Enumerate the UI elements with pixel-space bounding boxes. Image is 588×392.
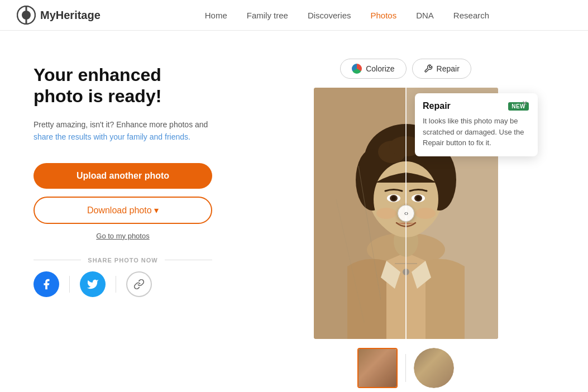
- repair-popup-title: Repair: [423, 101, 451, 111]
- download-photo-button[interactable]: Download photo ▾: [34, 197, 212, 224]
- colorize-button[interactable]: Colorize: [340, 59, 406, 79]
- facebook-icon: [40, 278, 52, 290]
- svg-rect-2: [26, 7, 27, 23]
- svg-point-24: [376, 208, 396, 219]
- logo-text: MyHeritage: [40, 9, 101, 22]
- thumbnail-colorized[interactable]: [357, 348, 398, 388]
- main-content: Your enhanced photo is ready! Pretty ama…: [0, 31, 588, 392]
- goto-photos-link[interactable]: Go to my photos: [34, 232, 212, 240]
- repair-label: Repair: [437, 64, 460, 73]
- nav-family-tree[interactable]: Family tree: [247, 11, 288, 20]
- page-subtext: Pretty amazing, isn't it? Enhance more p…: [34, 118, 212, 144]
- share-twitter-button[interactable]: [80, 271, 106, 297]
- repair-popup: Repair NEW × It looks like this photo ma…: [415, 93, 538, 156]
- upload-another-button[interactable]: Upload another photo: [34, 163, 212, 189]
- share-section: SHARE PHOTO NOW: [34, 257, 212, 297]
- download-label: Download photo: [87, 205, 152, 215]
- right-panel: Colorize Repair: [246, 59, 566, 388]
- svg-point-25: [415, 208, 436, 219]
- link-icon: [133, 279, 145, 290]
- thumbnails: [357, 348, 454, 388]
- share-divider-2: [116, 276, 116, 293]
- navbar: MyHeritage Home Family tree Discoveries …: [0, 0, 588, 31]
- repair-icon: [424, 64, 433, 73]
- logo[interactable]: MyHeritage: [17, 6, 101, 25]
- nav-photos[interactable]: Photos: [370, 11, 396, 20]
- photo-compare-wrapper: ‹ › Repair NEW × It looks like this phot…: [314, 88, 498, 339]
- thumbnail-original[interactable]: [414, 348, 454, 388]
- colorize-label: Colorize: [366, 64, 394, 73]
- thumbnail-original-img: [414, 348, 454, 388]
- photo-toolbar: Colorize Repair: [340, 59, 471, 79]
- photo-split-handle[interactable]: ‹ ›: [398, 205, 414, 222]
- repair-popup-close[interactable]: ×: [522, 99, 532, 109]
- twitter-icon: [87, 278, 99, 290]
- nav-research[interactable]: Research: [453, 11, 489, 20]
- nav-home[interactable]: Home: [205, 11, 227, 20]
- thumbnail-divider: [405, 354, 406, 382]
- left-panel: Your enhanced photo is ready! Pretty ama…: [34, 59, 212, 297]
- repair-button[interactable]: Repair: [412, 59, 471, 79]
- download-arrow: ▾: [154, 205, 159, 215]
- svg-point-20: [391, 196, 396, 200]
- share-divider-1: [69, 276, 70, 293]
- nav-dna[interactable]: DNA: [416, 11, 434, 20]
- nav-links: Home Family tree Discoveries Photos DNA …: [123, 11, 571, 20]
- share-facebook-button[interactable]: [34, 271, 59, 297]
- repair-popup-text: It looks like this photo may be scratche…: [423, 116, 529, 149]
- thumbnail-colorized-img: [358, 349, 396, 387]
- share-icons: [34, 271, 212, 297]
- nav-discoveries[interactable]: Discoveries: [308, 11, 351, 20]
- logo-icon: [17, 6, 36, 25]
- split-arrow-icon: ‹ ›: [404, 209, 407, 217]
- colorize-icon: [352, 64, 362, 74]
- repair-popup-header: Repair NEW: [423, 101, 529, 111]
- share-link-button[interactable]: [126, 271, 152, 297]
- page-headline: Your enhanced photo is ready!: [34, 64, 212, 107]
- share-label: SHARE PHOTO NOW: [34, 257, 212, 264]
- svg-point-23: [416, 196, 420, 200]
